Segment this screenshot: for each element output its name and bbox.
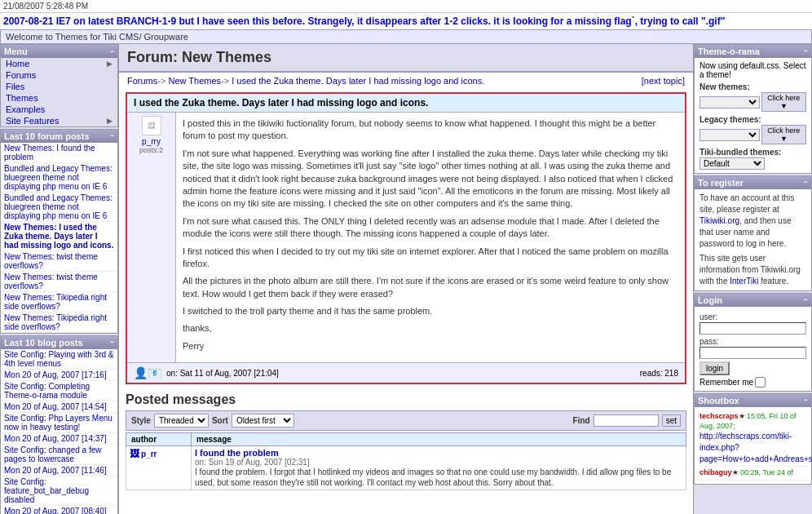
blog-collapse[interactable]: − (110, 338, 114, 348)
sidebar-item-site-features[interactable]: Site Features ▶ (1, 115, 117, 126)
click-here-legacy-btn[interactable]: Click here ▼ (761, 125, 806, 144)
forum-post-1[interactable]: New Themes: I found the problem (1, 143, 117, 163)
forum-post-6[interactable]: New Themes: twist theme overflows? (1, 272, 117, 292)
shoutbox-link-1[interactable]: http://techscraps.com/tiki-index.php?pag… (699, 432, 812, 463)
breadcrumb-forums[interactable]: Forums (127, 76, 157, 86)
breadcrumb-new-themes[interactable]: New Themes (168, 76, 221, 86)
legacy-select[interactable] (699, 129, 760, 141)
sort-select[interactable]: Oldest first Newest first (232, 414, 294, 428)
login-collapse[interactable]: − (804, 295, 808, 305)
topic-footer: 👤📧 on: Sat 11 of Aug, 2007 [21:04] reads… (127, 362, 685, 383)
author-link[interactable]: p_rr (141, 450, 157, 459)
message-title-link[interactable]: I found the problem (195, 448, 279, 458)
forum-post-3[interactable]: Bundled and Legacy Themes: bluegreen the… (1, 193, 117, 222)
register-content: To have an account at this site, please … (695, 189, 811, 290)
center-content: Forum: New Themes Forums-> New Themes-> … (118, 44, 694, 514)
forum-post-7[interactable]: New Themes: Tikipedia right side overflo… (1, 292, 117, 312)
forum-post-5[interactable]: New Themes: twist theme overflows? (1, 251, 117, 272)
register-collapse[interactable]: − (804, 178, 808, 188)
theme-content: Now using default.css. Select a theme! N… (695, 58, 811, 173)
new-themes-select[interactable] (699, 96, 760, 109)
avatar: 🖼 (142, 116, 161, 135)
broken-img-icon: 🖼 (148, 122, 155, 130)
forum-post-8[interactable]: New Themes: Tikipedia right side overflo… (1, 312, 117, 333)
using-text: Now using default.css. Select a theme! (699, 61, 806, 79)
message-header: message (192, 433, 686, 446)
theme-collapse[interactable]: − (804, 47, 808, 56)
register-box: To register − To have an account at this… (694, 175, 812, 291)
user-input[interactable] (699, 322, 806, 335)
breadcrumb-links: Forums-> New Themes-> I used the Zuka th… (127, 76, 484, 86)
topic-author-panel: 🖼 p_rry posts:2 (127, 113, 176, 362)
shoutbox-entry-1: techscraps★ 15:05, Fri 10 of Aug, 2007; … (699, 410, 806, 467)
sidebar-link-examples[interactable]: Examples (6, 104, 45, 114)
left-sidebar: Menu − Home ▶ Forums Files Themes Exampl… (0, 44, 118, 514)
remember-row: Remember me (699, 377, 806, 388)
blog-post-1[interactable]: Site Config: Playing with 3rd & 4th leve… (1, 349, 117, 370)
breadcrumb: Forums-> New Themes-> I used the Zuka th… (119, 73, 693, 89)
sidebar-item-themes[interactable]: Themes (1, 92, 117, 104)
style-select[interactable]: Threaded Flat (154, 414, 209, 428)
blog-post-2[interactable]: Site Config: Completing Theme-o-rama mod… (1, 381, 117, 401)
author-name[interactable]: p_rry (130, 137, 172, 146)
right-sidebar: Theme-o-rama − Now using default.css. Se… (694, 44, 812, 514)
top-bar: 21/08/2007 5:28:48 PM (0, 0, 812, 13)
topic-body: 🖼 p_rry posts:2 I posted this in the tik… (127, 113, 685, 362)
messages-table: author message 🖼 p_rr (126, 432, 686, 490)
set-button[interactable]: set (662, 414, 681, 427)
find-input[interactable] (594, 414, 659, 427)
click-here-new-btn[interactable]: Click here ▼ (761, 92, 806, 112)
pass-input[interactable] (699, 347, 806, 359)
sidebar-link-site-features[interactable]: Site Features (6, 116, 59, 126)
message-cell: I found the problem on: Sun 19 of Aug, 2… (192, 446, 686, 490)
blog-post-4[interactable]: Site Config: changed a few pages to lowe… (1, 445, 117, 465)
tiki-select[interactable]: Default (699, 157, 765, 170)
breadcrumb-topic[interactable]: I used the Zuka theme. Days later I had … (232, 76, 484, 86)
author-header: author (126, 433, 192, 446)
sidebar-item-files[interactable]: Files (1, 81, 117, 92)
next-topic-link[interactable]: [next topic] (642, 76, 685, 86)
broken-img-small: 🖼 (130, 448, 139, 459)
sidebar-item-examples[interactable]: Examples (1, 104, 117, 115)
last-forum-title: Last 10 forum posts − (1, 130, 117, 143)
topic-para-4: I first noticed this when I decided to t… (183, 246, 678, 271)
message-date: on: Sun 19 of Aug, 2007 [02:31] (195, 458, 682, 467)
forum-post-4[interactable]: New Themes: I used the Zuka theme. Days … (1, 222, 117, 251)
topic-para-5: All the pictures in the photo album are … (183, 275, 678, 300)
tiki-row: Default (699, 157, 806, 170)
sidebar-item-forums[interactable]: Forums (1, 69, 117, 81)
legacy-label: Legacy themes: (699, 115, 806, 124)
datetime: 21/08/2007 5:28:48 PM (3, 2, 88, 11)
forum-post-2[interactable]: Bundled and Legacy Themes: bluegreen the… (1, 163, 117, 193)
blog-post-5[interactable]: Site Config: feature_bot_bar_debug disab… (1, 476, 117, 506)
sidebar-link-themes[interactable]: Themes (6, 93, 38, 103)
forum-collapse[interactable]: − (110, 131, 114, 141)
blog-date-2: Mon 20 of Aug, 2007 [14:54] (1, 401, 117, 413)
sidebar-item-home[interactable]: Home ▶ (1, 58, 117, 69)
sidebar-link-files[interactable]: Files (6, 82, 24, 91)
sidebar-link-forums[interactable]: Forums (6, 70, 36, 80)
message-author: 🖼 p_rr (126, 446, 192, 490)
sidebar-link-home[interactable]: Home (6, 59, 29, 69)
welcome-text: Welcome to Themes for Tiki CMS/ Groupwar… (6, 32, 188, 42)
blog-post-3[interactable]: Site Config: Php Layers Menu now in heav… (1, 413, 117, 433)
next-topic[interactable]: [next topic] (642, 76, 685, 86)
login-button[interactable]: login (699, 361, 730, 375)
blog-date-5: Mon 20 of Aug, 2007 [08:40] (1, 506, 117, 514)
alert-bar: 2007-08-21 IE7 on latest BRANCH-1-9 but … (0, 13, 812, 29)
menu-collapse[interactable]: − (110, 47, 114, 55)
topic-content: I posted this in the tikiwiki fuctionali… (176, 113, 685, 362)
intertiki-link[interactable]: InterTiki (730, 277, 758, 286)
sort-label: Sort (212, 416, 228, 425)
pass-label: pass: (699, 337, 806, 346)
msg-avatar: 🖼 p_rr (130, 448, 188, 459)
remember-checkbox[interactable] (755, 377, 766, 388)
forum-title: Forum: New Themes (119, 44, 693, 73)
alert-text: 2007-08-21 IE7 on latest BRANCH-1-9 but … (3, 16, 725, 27)
blog-date-1: Mon 20 of Aug, 2007 [17:16] (1, 370, 117, 381)
posted-messages: Posted messages Style Threaded Flat Sort… (126, 389, 686, 490)
shoutbox-collapse[interactable]: − (804, 396, 808, 405)
new-themes-row: Click here ▼ (699, 92, 806, 112)
tikiwiki-link[interactable]: Tikiwiki.org (699, 216, 739, 225)
blog-date-4: Mon 20 of Aug, 2007 [11:46] (1, 465, 117, 476)
